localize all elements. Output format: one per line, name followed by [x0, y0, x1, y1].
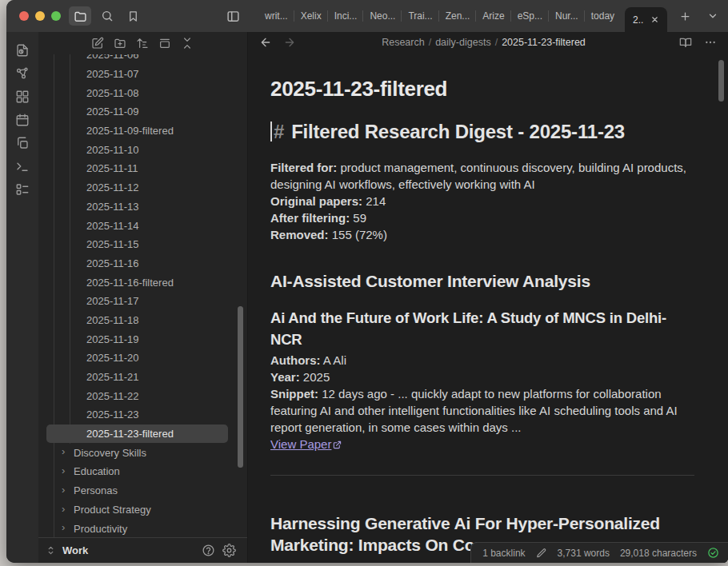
file-tree-item[interactable]: 2025-11-08: [38, 83, 247, 102]
folder-tree-item[interactable]: › Product Strategy: [38, 500, 247, 520]
help-icon[interactable]: [202, 544, 215, 557]
paper-title: Ai And the Future of Work Life: A Study …: [270, 308, 694, 350]
file-tree-item[interactable]: 2025-11-21: [38, 368, 247, 387]
panel-left-icon: [226, 10, 240, 23]
tab[interactable]: Inci...: [328, 0, 364, 32]
collapse-all-icon[interactable]: [181, 37, 194, 50]
tab-active-label: 2..: [633, 14, 643, 26]
note-inline-title[interactable]: 2025-11-23-filtered: [270, 77, 694, 102]
more-options-icon[interactable]: [704, 36, 717, 49]
file-tree-item[interactable]: 2025-11-09-filtered: [38, 122, 247, 141]
file-tree-item[interactable]: 2025-11-06: [38, 54, 247, 65]
tab[interactable]: Xelix: [294, 0, 328, 32]
file-tree-item[interactable]: 2025-11-22: [38, 386, 247, 405]
file-tree: 2025-11-06 2025-11-07 2025-11-08 2025-11…: [38, 54, 247, 537]
quick-switcher-icon[interactable]: [15, 43, 30, 58]
explorer-scrollbar[interactable]: [238, 306, 243, 468]
new-folder-icon[interactable]: [114, 37, 126, 50]
file-tree-item[interactable]: 2025-11-11: [38, 159, 247, 178]
file-tree-item[interactable]: 2025-11-16-filtered: [38, 273, 247, 292]
sort-order-icon[interactable]: [136, 37, 149, 50]
close-tab-icon[interactable]: [650, 15, 659, 24]
tab-active[interactable]: 2..: [625, 7, 667, 32]
tab[interactable]: Trai...: [402, 0, 438, 32]
copy-templates-icon[interactable]: [15, 136, 30, 150]
breadcrumb-separator: /: [491, 37, 502, 48]
metadata-line: After filtering: 59: [270, 209, 694, 226]
file-tree-item[interactable]: 2025-11-12: [38, 178, 247, 197]
metadata-line: Filtered for: product management, contin…: [270, 159, 694, 193]
file-tree-item[interactable]: 2025-11-23: [38, 405, 247, 424]
backlink-count[interactable]: 1 backlink: [482, 548, 525, 559]
markdown-hash-syntax: #: [274, 121, 284, 142]
new-note-icon[interactable]: [91, 37, 104, 50]
folder-label: Product Strategy: [74, 504, 151, 516]
tab[interactable]: eSp...: [511, 0, 549, 32]
breadcrumb-separator: /: [425, 37, 435, 48]
breadcrumb: Research/daily-digests/2025-11-23-filter…: [296, 37, 679, 48]
stacked-panels-icon[interactable]: [158, 37, 171, 50]
tab-bar: writ... Xelix Inci... Neo... Trai... Zen…: [258, 0, 621, 32]
settings-gear-icon[interactable]: [222, 544, 236, 557]
file-tree-item[interactable]: 2025-11-20: [38, 349, 247, 368]
section-heading: AI-Assisted Customer Interview Analysis: [270, 272, 694, 291]
breadcrumb-item[interactable]: Research: [382, 37, 425, 48]
minimize-window-button[interactable]: [35, 11, 45, 21]
breadcrumb-separator: [586, 37, 594, 48]
daily-note-calendar-icon[interactable]: [15, 113, 30, 127]
edit-pencil-icon[interactable]: [536, 548, 547, 559]
file-tree-item[interactable]: 2025-11-23-filtered: [46, 424, 228, 444]
tab[interactable]: Neo...: [363, 0, 402, 32]
tab[interactable]: Arize: [476, 0, 510, 32]
reading-mode-icon[interactable]: [679, 36, 692, 49]
file-tree-item[interactable]: 2025-11-13: [38, 197, 247, 217]
folder-tree-item[interactable]: › Productivity: [38, 519, 247, 537]
file-tree-item[interactable]: 2025-11-15: [38, 235, 247, 254]
zoom-window-button[interactable]: [51, 11, 61, 21]
breadcrumb-item[interactable]: daily-digests: [435, 37, 490, 48]
vault-folder-button[interactable]: [69, 6, 91, 26]
tab-list-dropdown-button[interactable]: [702, 6, 724, 26]
new-tab-button[interactable]: [674, 6, 696, 26]
close-window-button[interactable]: [19, 11, 29, 21]
view-paper-link[interactable]: View Paper: [270, 437, 331, 451]
folder-tree-item[interactable]: › Discovery Skills: [38, 443, 247, 462]
bookmarks-button[interactable]: [122, 6, 144, 26]
breadcrumb-item[interactable]: 2025-11-23-filtered: [502, 37, 586, 48]
editor-scrollbar[interactable]: [718, 60, 724, 102]
tab[interactable]: writ...: [258, 0, 294, 32]
vault-name[interactable]: Work: [62, 544, 194, 556]
tab[interactable]: Zen...: [439, 0, 477, 32]
file-tree-item[interactable]: 2025-11-19: [38, 329, 247, 349]
terminal-icon[interactable]: [15, 159, 30, 173]
explorer-toolbar: [38, 32, 247, 54]
graph-view-icon[interactable]: [15, 66, 30, 81]
search-button[interactable]: [96, 6, 118, 26]
folder-tree-item[interactable]: › Education: [38, 462, 247, 481]
tab[interactable]: Nur...: [549, 0, 585, 32]
plus-icon: [679, 10, 691, 22]
forward-arrow-icon[interactable]: [283, 36, 296, 49]
chevron-right-icon: ›: [62, 521, 65, 533]
sync-check-icon[interactable]: [707, 547, 719, 559]
file-tree-item[interactable]: 2025-11-07: [38, 65, 247, 84]
chevron-right-icon: ›: [62, 503, 65, 515]
toggle-left-sidebar-button[interactable]: [222, 6, 244, 26]
heading-1-text: Filtered Research Digest - 2025-11-23: [291, 121, 625, 142]
titlebar: writ... Xelix Inci... Neo... Trai... Zen…: [6, 0, 728, 32]
file-tree-item[interactable]: 2025-11-16: [38, 254, 247, 273]
back-arrow-icon[interactable]: [259, 36, 272, 49]
document-body[interactable]: 2025-11-23-filtered #Filtered Research D…: [248, 53, 694, 556]
file-tree-item[interactable]: 2025-11-10: [38, 140, 247, 159]
folder-label: Productivity: [74, 523, 127, 535]
vault-switcher-icon[interactable]: [46, 544, 55, 556]
folder-tree-item[interactable]: › Personas: [38, 481, 247, 500]
tab[interactable]: today: [585, 0, 621, 32]
file-tree-item[interactable]: 2025-11-09: [38, 102, 247, 122]
folder-label: Personas: [74, 484, 118, 496]
file-tree-item[interactable]: 2025-11-17: [38, 292, 247, 311]
layout-grid-icon[interactable]: [15, 90, 30, 104]
tasks-list-icon[interactable]: [15, 182, 30, 197]
file-tree-item[interactable]: 2025-11-14: [38, 216, 247, 235]
file-tree-item[interactable]: 2025-11-18: [38, 311, 247, 330]
